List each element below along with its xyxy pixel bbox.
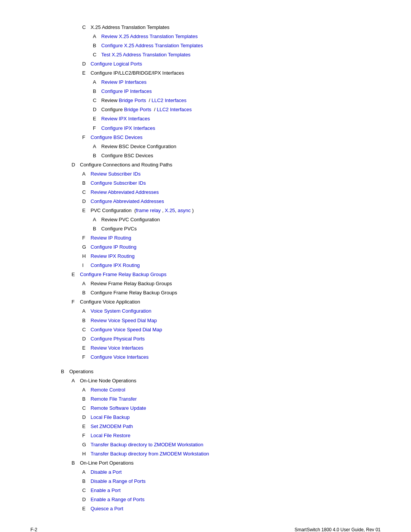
configure-logical-ports-link[interactable]: Configure Logical Ports [91,59,142,69]
configure-bridge-ports-link[interactable]: Bridge Ports [124,107,151,112]
transfer-backup-to-zmodem-link[interactable]: Transfer Backup directory to ZMODEM Work… [91,440,203,449]
configure-voice-interfaces-link[interactable]: Configure Voice Interfaces [91,353,148,362]
item-label: D [82,413,91,422]
local-file-restore-link[interactable]: Local File Restore [91,431,131,440]
configure-voice-speed-dial-link[interactable]: Configure Voice Speed Dial Map [91,325,162,334]
list-item: A Disable a Port [82,468,381,477]
list-item: D Configure Abbreviated Addresses [82,197,381,206]
item-text: Review PVC Configuration [101,215,160,224]
item-label: C [93,50,101,59]
list-item: A Review Subscriber IDs [82,169,381,179]
review-voice-interfaces-link[interactable]: Review Voice Interfaces [91,343,143,353]
enable-range-ports-link[interactable]: Enable a Range of Ports [91,495,145,504]
review-x25-templates-link[interactable]: Review X.25 Address Translation Template… [101,32,198,41]
list-item: C Test X.25 Address Translation Template… [93,50,381,59]
configure-ip-interfaces-link[interactable]: Configure IP Interfaces [101,87,152,96]
list-item: E Review Voice Interfaces [82,343,381,353]
item-label: A [72,376,80,385]
list-item: D Configure Physical Ports [82,334,381,343]
list-item: A Review BSC Device Configuration [93,142,381,151]
configure-frame-relay-backup-link[interactable]: Configure Frame Relay Backup Groups [80,270,167,279]
test-x25-templates-link[interactable]: Test X.25 Address Translation Templates [101,50,191,59]
async-link[interactable]: async [178,208,191,213]
bridge-ports-link[interactable]: Bridge Ports [119,97,146,103]
enable-port-link[interactable]: Enable a Port [91,486,121,495]
review-ipx-interfaces-link[interactable]: Review IPX Interfaces [101,114,150,123]
configure-ipx-routing-link[interactable]: Configure IPX Routing [91,261,140,270]
voice-system-config-link[interactable]: Voice System Configuration [91,307,151,316]
item-text: PVC Configuration (frame relay , X.25, a… [91,206,194,215]
list-item: F Configure Voice Application [72,297,381,307]
frame-relay-link[interactable]: frame relay [136,208,161,213]
configure-bsc-devices-link[interactable]: Configure BSC Devices [91,133,143,142]
item-label: A [82,307,91,316]
item-text: On-Line Node Operations [80,376,136,385]
list-item: A Review IP Interfaces [93,78,381,87]
list-item: A On-Line Node Operations [72,376,381,385]
review-abbreviated-addresses-link[interactable]: Review Abbreviated Addresses [91,188,159,197]
item-label: E [82,422,91,431]
transfer-backup-from-zmodem-link[interactable]: Transfer Backup directory from ZMODEM Wo… [91,449,209,459]
disable-range-ports-link[interactable]: Disable a Range of Ports [91,477,146,486]
review-voice-speed-dial-link[interactable]: Review Voice Speed Dial Map [91,316,157,325]
item-label: A [82,169,91,179]
llc2-interfaces-link[interactable]: LLC2 Interfaces [151,97,186,103]
item-label: A [82,385,91,395]
item-label: D [82,495,91,504]
item-label: B [82,179,91,188]
item-label: F [82,353,91,362]
item-label: A [93,78,101,87]
item-label: C [82,188,91,197]
remote-control-link[interactable]: Remote Control [91,385,125,395]
list-item: B Operations [61,367,381,376]
review-ip-interfaces-link[interactable]: Review IP Interfaces [101,78,147,87]
configure-abbreviated-addresses-link[interactable]: Configure Abbreviated Addresses [91,197,164,206]
review-ipx-routing-link[interactable]: Review IPX Routing [91,252,135,261]
item-label: C [82,23,91,32]
list-item: H Transfer Backup directory from ZMODEM … [82,449,381,459]
configure-llc2-interfaces-link[interactable]: LLC2 Interfaces [157,107,192,112]
quiesce-port-link[interactable]: Quiesce a Port [91,504,123,513]
item-label: A [93,215,101,224]
list-item: G Configure IP Routing [82,243,381,252]
configure-ip-routing-link[interactable]: Configure IP Routing [91,243,136,252]
remote-file-transfer-link[interactable]: Remote File Transfer [91,395,137,404]
item-label: D [82,59,91,69]
item-text: Review BSC Device Configuration [101,142,176,151]
item-label: I [82,261,91,270]
item-label: B [93,41,101,50]
configure-x25-templates-link[interactable]: Configure X.25 Address Translation Templ… [101,41,203,50]
set-zmodem-path-link[interactable]: Set ZMODEM Path [91,422,133,431]
list-item: B Configure PVCs [93,224,381,233]
item-label: D [72,160,80,169]
item-label: B [72,459,80,468]
toc-content: C X.25 Address Translation Templates A R… [61,23,381,513]
local-file-backup-link[interactable]: Local File Backup [91,413,130,422]
remote-software-update-link[interactable]: Remote Software Update [91,404,146,413]
disable-port-link[interactable]: Disable a Port [91,468,122,477]
list-item: C Configure Voice Speed Dial Map [82,325,381,334]
item-text: Configure BSC Devices [101,151,153,160]
spacer [61,362,381,367]
footer: F-2 SmartSwitch 1800 4.0 User Guide, Rev… [30,527,381,532]
item-label: B [82,288,91,297]
item-label: A [82,279,91,288]
configure-ipx-interfaces-link[interactable]: Configure IPX Interfaces [101,124,155,133]
list-item: C Review Bridge Ports / LLC2 Interfaces [93,96,381,105]
review-subscriber-ids-link[interactable]: Review Subscriber IDs [91,169,141,179]
configure-physical-ports-link[interactable]: Configure Physical Ports [91,334,145,343]
item-label: F [82,133,91,142]
list-item: E Review IPX Interfaces [93,114,381,123]
item-label: D [93,105,101,114]
list-item: E Configure IP/LLC2/BRIDGE/IPX Interface… [82,69,381,78]
item-label: C [82,404,91,413]
list-item: E PVC Configuration (frame relay , X.25,… [82,206,381,215]
item-label: B [93,151,101,160]
x25-link[interactable]: X.25 [165,208,175,213]
review-ip-routing-link[interactable]: Review IP Routing [91,233,131,243]
list-item: B Configure IP Interfaces [93,87,381,96]
item-label: F [72,297,80,307]
list-item: B Disable a Range of Ports [82,477,381,486]
item-text: Review Bridge Ports / LLC2 Interfaces [101,96,186,105]
configure-subscriber-ids-link[interactable]: Configure Subscriber IDs [91,179,146,188]
